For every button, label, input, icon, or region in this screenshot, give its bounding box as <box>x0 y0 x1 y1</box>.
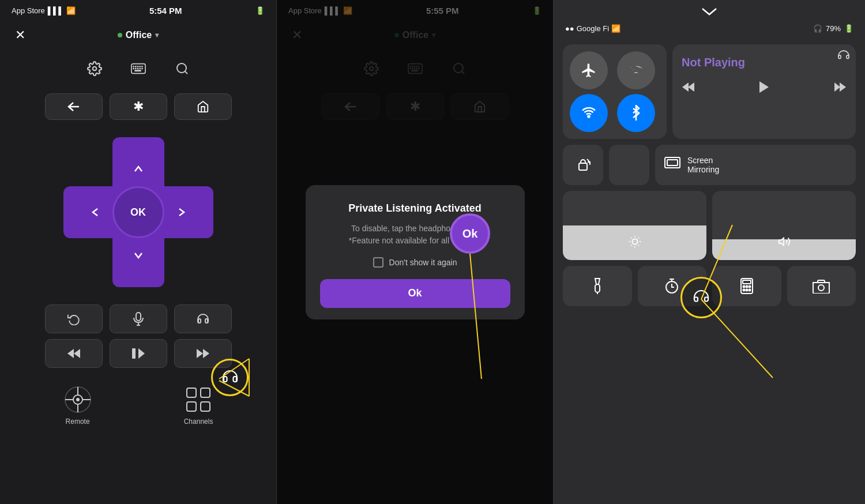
status-left-1: App Store ▌▌▌ 📶 <box>12 6 76 15</box>
screen-mirror-btn-3[interactable]: Screen Mirroring <box>655 145 856 185</box>
bluetooth-btn-3[interactable] <box>617 94 655 132</box>
svg-marker-59 <box>688 82 694 92</box>
p3-headphone-circle <box>680 277 722 318</box>
dpad-container-1: OK <box>63 137 213 287</box>
keyboard-icon-1[interactable] <box>128 58 149 79</box>
search-icon-1[interactable] <box>172 58 193 79</box>
battery-pct-3: 79% <box>826 24 841 33</box>
ok-bubble-circle-2[interactable]: Ok <box>450 213 490 254</box>
playpause-button-1[interactable] <box>110 339 167 368</box>
carrier-1: App Store <box>12 6 45 15</box>
airplane-mode-btn-3[interactable] <box>570 51 608 89</box>
svg-point-89 <box>749 289 750 291</box>
now-playing-title-3: Not Playing <box>682 56 847 69</box>
do-not-disturb-btn-3[interactable] <box>609 145 649 185</box>
channels-nav-icon-1 <box>184 385 213 414</box>
svg-point-87 <box>743 289 744 291</box>
svg-marker-24 <box>203 349 209 358</box>
status-right-1: 🔋 <box>255 6 265 15</box>
battery-3: 🔋 <box>844 24 853 33</box>
screen-mirror-label2-3: Mirroring <box>687 165 719 174</box>
dialog-title-2: Private Listening Activated <box>320 202 510 215</box>
svg-marker-62 <box>834 82 840 92</box>
channels-nav-item-1[interactable]: Channels <box>184 385 213 426</box>
svg-rect-33 <box>201 388 210 397</box>
headphone-button-1[interactable] <box>174 304 232 333</box>
cc-rewind-btn-3[interactable] <box>682 82 694 95</box>
settings-icon-1[interactable] <box>84 58 105 79</box>
dpad-1: OK <box>63 137 213 287</box>
nav-buttons-1: ✱ <box>0 88 276 126</box>
svg-point-0 <box>92 67 96 71</box>
remote-nav-item-1[interactable]: Remote <box>63 385 92 426</box>
mic-button-1[interactable] <box>110 304 167 333</box>
signal-bars-1: ▌▌▌ <box>48 6 64 15</box>
cc-ff-btn-3[interactable] <box>834 82 847 95</box>
dpad-ok-1[interactable]: OK <box>112 186 164 238</box>
ios-status-bar-3: ●● Google Fi 📶 🎧 79% 🔋 <box>554 20 865 37</box>
svg-rect-66 <box>667 160 678 166</box>
replay-button-1[interactable] <box>45 304 103 333</box>
control-center-3: Not Playing <box>554 37 865 313</box>
svg-rect-34 <box>187 402 196 411</box>
svg-point-90 <box>818 285 824 291</box>
dont-show-checkbox-2[interactable] <box>373 257 383 268</box>
screen-mirror-icon-3 <box>664 156 680 174</box>
svg-point-86 <box>749 286 750 288</box>
cc-top-row-3: Not Playing <box>563 44 856 139</box>
star-button-1[interactable]: ✱ <box>110 93 167 120</box>
brightness-slider-3[interactable] <box>563 191 706 260</box>
carrier-3: Google Fi <box>577 24 609 33</box>
brightness-icon-3 <box>629 235 641 251</box>
camera-btn-3[interactable] <box>787 266 856 306</box>
device-name-1[interactable]: Office ▾ <box>118 30 159 40</box>
svg-line-70 <box>630 238 631 238</box>
dialog-checkbox-row-2: Don't show it again <box>320 257 510 268</box>
cc-now-playing-3: Not Playing <box>672 44 856 139</box>
dont-show-label-2: Don't show it again <box>389 258 457 267</box>
svg-rect-21 <box>132 348 136 359</box>
cc-sliders-3 <box>563 191 856 260</box>
headphone-circle-annotation-1 <box>211 359 249 396</box>
svg-rect-83 <box>743 280 751 284</box>
cc-row2-3: Screen Mirroring <box>563 145 856 185</box>
time-1: 5:54 PM <box>149 6 182 16</box>
svg-rect-35 <box>201 402 210 411</box>
svg-marker-19 <box>74 349 80 358</box>
device-name-label-1: Office <box>126 30 152 40</box>
remote-nav-icon-1 <box>63 385 92 414</box>
ios-chevron-3[interactable] <box>554 0 865 20</box>
home-button-1[interactable] <box>174 93 232 120</box>
panel-1: App Store ▌▌▌ 📶 5:54 PM 🔋 ✕ Office ▾ <box>0 0 277 504</box>
wifi-btn-3[interactable] <box>570 94 608 132</box>
svg-line-75 <box>638 238 638 238</box>
battery-1: 🔋 <box>255 6 265 15</box>
volume-icon-3 <box>778 235 791 251</box>
panel-3: ●● Google Fi 📶 🎧 79% 🔋 <box>554 0 865 504</box>
wifi-icon-3: 📶 <box>611 24 620 33</box>
svg-point-85 <box>746 286 747 288</box>
app-header-1: ✕ Office ▾ <box>0 21 276 50</box>
svg-rect-32 <box>187 388 196 397</box>
toolbar-1 <box>0 52 276 85</box>
lock-rotation-btn-3[interactable] <box>563 145 603 185</box>
flashlight-btn-3[interactable] <box>563 266 632 306</box>
svg-marker-22 <box>138 348 145 359</box>
calculator-btn-3[interactable] <box>712 266 781 306</box>
cellular-btn-3[interactable] <box>617 51 655 89</box>
svg-rect-77 <box>595 284 600 292</box>
svg-point-27 <box>76 398 80 401</box>
dialog-ok-button-2[interactable]: Ok <box>320 279 510 308</box>
close-button-1[interactable]: ✕ <box>12 28 29 43</box>
remote-nav-label-1: Remote <box>66 418 90 426</box>
cc-play-btn-3[interactable] <box>759 81 769 96</box>
p3-headphone-annotation <box>680 277 722 318</box>
svg-point-84 <box>743 286 744 288</box>
controls-row1-1 <box>17 304 259 333</box>
back-button-1[interactable] <box>45 93 103 120</box>
rewind-button-1[interactable] <box>45 339 103 368</box>
volume-slider-3[interactable] <box>712 191 856 260</box>
headphone-status-3: 🎧 <box>813 24 822 33</box>
svg-line-14 <box>185 72 187 74</box>
channels-nav-label-1: Channels <box>184 418 213 426</box>
